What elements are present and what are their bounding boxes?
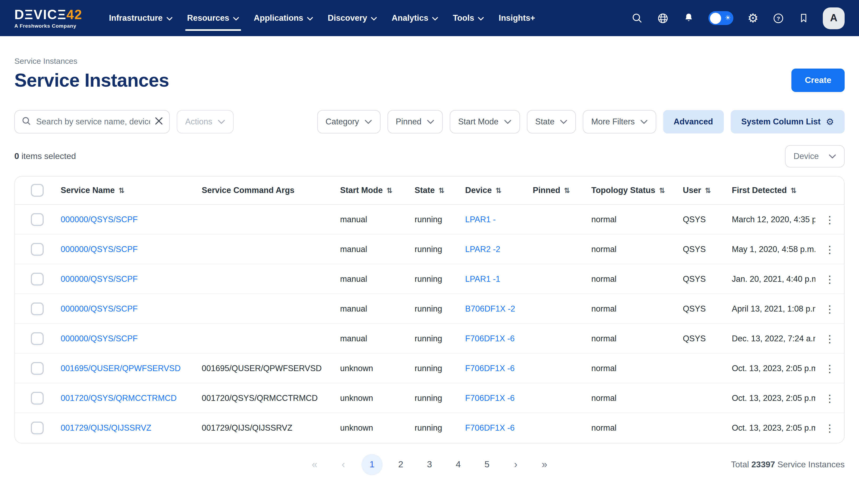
- title-row: Service Instances Create: [14, 68, 845, 92]
- row-checkbox[interactable]: [31, 213, 44, 226]
- globe-icon[interactable]: [657, 12, 669, 24]
- service-name-link[interactable]: 000000/QSYS/SCPF: [61, 215, 138, 224]
- service-name-link[interactable]: 000000/QSYS/SCPF: [61, 304, 138, 313]
- sort-icon[interactable]: ⇅: [118, 186, 124, 194]
- page-button[interactable]: 4: [448, 454, 469, 475]
- category-dropdown[interactable]: Category: [317, 110, 380, 133]
- service-name-link[interactable]: 001720/QSYS/QRMCCTRMCD: [61, 393, 177, 403]
- bookmark-icon[interactable]: [798, 12, 809, 24]
- row-checkbox[interactable]: [31, 243, 44, 255]
- advanced-button[interactable]: Advanced: [663, 110, 724, 133]
- device-link[interactable]: LPAR1 -: [465, 215, 496, 224]
- nav-item[interactable]: Insights+: [491, 0, 543, 36]
- page-button[interactable]: 5: [476, 454, 498, 475]
- toggle-knob: [710, 13, 721, 23]
- device-link[interactable]: LPAR1 -1: [465, 274, 500, 284]
- select-all-checkbox[interactable]: [31, 184, 44, 197]
- page-button[interactable]: 2: [390, 454, 411, 475]
- theme-toggle[interactable]: ☀: [709, 11, 734, 25]
- row-checkbox[interactable]: [31, 272, 44, 285]
- row-actions-kebab[interactable]: ⋮: [822, 273, 838, 285]
- row-checkbox-cell: [15, 243, 61, 255]
- create-button[interactable]: Create: [792, 68, 845, 92]
- page-button[interactable]: 3: [419, 454, 440, 475]
- search-input[interactable]: [36, 117, 150, 127]
- row-actions-kebab[interactable]: ⋮: [822, 422, 838, 434]
- system-column-list-button[interactable]: System Column List ⚙: [731, 110, 845, 133]
- column-header[interactable]: Service Command Args: [202, 186, 340, 195]
- column-header[interactable]: First Detected ⇅: [732, 186, 815, 195]
- sort-icon[interactable]: ⇅: [387, 186, 392, 194]
- device-link[interactable]: F706DF1X -6: [465, 334, 515, 343]
- sort-icon[interactable]: ⇅: [790, 186, 797, 194]
- actions-dropdown[interactable]: Actions: [177, 110, 233, 133]
- breadcrumb[interactable]: Service Instances: [14, 56, 845, 65]
- selected-label: items selected: [21, 152, 76, 160]
- row-checkbox[interactable]: [31, 392, 44, 404]
- gear-icon[interactable]: ⚙: [748, 12, 758, 24]
- page-button[interactable]: 1: [361, 454, 383, 475]
- sort-icon[interactable]: ⇅: [439, 186, 444, 194]
- service-name-link[interactable]: 001729/QIJS/QIJSSRVZ: [61, 423, 151, 433]
- column-header[interactable]: Start Mode ⇅: [340, 186, 415, 195]
- last-page-button[interactable]: »: [534, 454, 555, 475]
- row-checkbox[interactable]: [31, 302, 44, 315]
- help-icon[interactable]: ?: [772, 12, 784, 24]
- column-header[interactable]: Service Name ⇅: [61, 186, 202, 195]
- topology-status-cell: normal: [591, 423, 683, 433]
- search-icon[interactable]: [632, 12, 643, 24]
- sort-icon[interactable]: ⇅: [705, 186, 711, 194]
- column-header[interactable]: State ⇅: [415, 186, 465, 195]
- device-link[interactable]: F706DF1X -6: [465, 363, 515, 373]
- column-header[interactable]: Topology Status ⇅: [591, 186, 683, 195]
- nav-item[interactable]: Infrastructure: [101, 0, 180, 36]
- device-link[interactable]: LPAR2 -2: [465, 244, 500, 254]
- row-actions-kebab[interactable]: ⋮: [822, 362, 838, 374]
- more-filters-dropdown[interactable]: More Filters: [583, 110, 656, 133]
- row-checkbox[interactable]: [31, 332, 44, 345]
- service-name-link[interactable]: 000000/QSYS/SCPF: [61, 274, 138, 284]
- device42-logo[interactable]: DΞVICΞ42 A Freshworks Company: [14, 8, 82, 29]
- service-name-link[interactable]: 000000/QSYS/SCPF: [61, 244, 138, 254]
- main-content: Service Instances Service Instances Crea…: [0, 56, 859, 476]
- row-actions-kebab[interactable]: ⋮: [822, 333, 838, 344]
- row-actions-cell: ⋮: [815, 303, 844, 314]
- row-actions-cell: ⋮: [815, 273, 844, 285]
- service-name-link[interactable]: 000000/QSYS/SCPF: [61, 334, 138, 343]
- state-dropdown[interactable]: State: [527, 110, 576, 133]
- start-mode-dropdown[interactable]: Start Mode: [450, 110, 520, 133]
- state-cell: running: [415, 423, 465, 433]
- device-view-dropdown[interactable]: Device: [785, 145, 845, 168]
- column-header[interactable]: Device ⇅: [465, 186, 533, 195]
- nav-item[interactable]: Applications: [246, 0, 320, 36]
- row-actions-kebab[interactable]: ⋮: [822, 243, 838, 255]
- sort-icon[interactable]: ⇅: [564, 186, 570, 194]
- start-mode-cell: unknown: [340, 363, 415, 373]
- sort-icon[interactable]: ⇅: [659, 186, 665, 194]
- row-actions-kebab[interactable]: ⋮: [822, 392, 838, 404]
- device-link[interactable]: B706DF1X -2: [465, 304, 515, 313]
- device-link[interactable]: F706DF1X -6: [465, 423, 515, 433]
- device-link[interactable]: F706DF1X -6: [465, 393, 515, 403]
- prev-page-button[interactable]: ‹: [333, 454, 354, 475]
- pinned-dropdown[interactable]: Pinned: [387, 110, 443, 133]
- column-header[interactable]: User ⇅: [683, 186, 732, 195]
- nav-item[interactable]: Tools: [446, 0, 491, 36]
- row-checkbox[interactable]: [31, 422, 44, 434]
- clear-search-icon[interactable]: [155, 117, 163, 127]
- row-checkbox[interactable]: [31, 362, 44, 375]
- nav-item[interactable]: Resources: [180, 0, 246, 36]
- first-page-button[interactable]: «: [304, 454, 325, 475]
- nav-item[interactable]: Discovery: [320, 0, 384, 36]
- command-args-cell: 001695/QUSER/QPWFSERVSD: [202, 363, 340, 373]
- service-name-link[interactable]: 001695/QUSER/QPWFSERVSD: [61, 363, 181, 373]
- table-row: 000000/QSYS/SCPF manual running LPAR1 -1…: [15, 264, 844, 294]
- column-header[interactable]: Pinned ⇅: [533, 186, 591, 195]
- row-actions-kebab[interactable]: ⋮: [822, 303, 838, 314]
- bell-icon[interactable]: [683, 12, 695, 24]
- nav-item[interactable]: Analytics: [384, 0, 446, 36]
- next-page-button[interactable]: ›: [505, 454, 526, 475]
- sort-icon[interactable]: ⇅: [496, 186, 502, 194]
- row-actions-kebab[interactable]: ⋮: [822, 214, 838, 225]
- avatar[interactable]: A: [823, 7, 845, 29]
